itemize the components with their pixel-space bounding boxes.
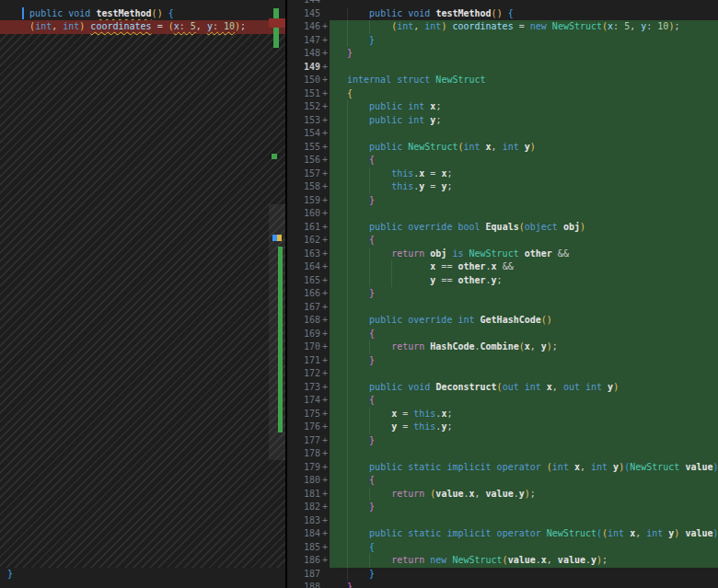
code-line-148[interactable]: 148+} [287, 47, 718, 61]
line-number[interactable]: 167 [287, 301, 320, 315]
code-line-168[interactable]: 168+ public override int GetHashCode() [287, 314, 718, 328]
line-number[interactable]: 175 [287, 408, 320, 421]
code-line-160[interactable]: 160+ [287, 207, 718, 221]
modified-code-pane[interactable]: 144145 public void testMethod() {146+ (i… [287, 0, 718, 588]
code-line-181[interactable]: 181+ return (value.x, value.y); [287, 488, 718, 502]
code-line-158[interactable]: 158+ this.y = y; [287, 180, 718, 194]
line-number[interactable]: 182 [287, 501, 320, 514]
code-line-184[interactable]: 184+ public static implicit operator New… [287, 527, 718, 541]
line-number[interactable]: 168 [287, 314, 320, 328]
line-number[interactable]: 153 [287, 114, 320, 128]
code-line-187[interactable]: 187 } [287, 568, 718, 582]
code-token: == [435, 275, 457, 285]
line-number[interactable]: 163 [287, 248, 320, 261]
line-number[interactable]: 157 [287, 167, 320, 181]
line-number[interactable]: 146 [287, 20, 320, 34]
line-number[interactable]: 152 [287, 100, 320, 114]
code-line-152[interactable]: 152+ public int x; [287, 100, 718, 114]
line-number[interactable]: 144 [287, 0, 320, 7]
code-line-178[interactable]: 178+ [287, 447, 718, 461]
code-line-147[interactable]: 147+ } [287, 34, 718, 48]
line-number[interactable]: 151 [287, 87, 320, 101]
line-number[interactable]: 161 [287, 221, 320, 235]
line-number[interactable]: 162 [287, 234, 320, 248]
line-number[interactable]: 179 [287, 461, 320, 475]
line-number[interactable]: 147 [287, 34, 320, 48]
code-line-151[interactable]: 151+{ [287, 87, 718, 101]
line-number[interactable]: 155 [287, 141, 320, 155]
line-number[interactable]: 178 [287, 447, 320, 461]
code-line-175[interactable]: 175+ x = this.x; [287, 408, 718, 421]
code-line-172[interactable]: 172+ [287, 367, 718, 381]
line-number[interactable]: 185 [287, 541, 320, 555]
line-number[interactable]: 158 [287, 180, 320, 194]
overview-ruler[interactable] [269, 0, 285, 588]
original-code-pane[interactable]: public void testMethod() { (int, int) co… [0, 0, 285, 588]
line-number[interactable]: 174 [287, 394, 320, 408]
code-line-153[interactable]: 153+ public int y; [287, 114, 718, 128]
code-line-186[interactable]: 186+ return new NewStruct(value.x, value… [287, 554, 718, 568]
line-number[interactable]: 160 [287, 207, 320, 221]
code-line-154[interactable]: 154+ [287, 127, 718, 141]
line-number[interactable]: 171 [287, 354, 320, 368]
code-line-156[interactable]: 156+ { [287, 154, 718, 167]
code-line-150[interactable]: 150+internal struct NewStruct [287, 74, 718, 87]
deleted-code-line[interactable]: (int, int) coordinates = (x: 5, y: 10); [0, 20, 285, 34]
code-line-171[interactable]: 171+ } [287, 354, 718, 368]
line-number[interactable]: 181 [287, 488, 320, 502]
line-number[interactable]: 150 [287, 74, 320, 87]
code-line-182[interactable]: 182+ } [287, 501, 718, 514]
line-number[interactable]: 156 [287, 154, 320, 167]
code-line-169[interactable]: 169+ { [287, 328, 718, 341]
scrollbar-thumb[interactable] [269, 204, 285, 460]
line-number[interactable]: 177 [287, 434, 320, 448]
code-line-166[interactable]: 166+ } [287, 287, 718, 301]
line-number[interactable]: 149 [287, 61, 320, 75]
line-number[interactable]: 159 [287, 194, 320, 208]
line-number[interactable]: 173 [287, 381, 320, 395]
code-line[interactable]: } [0, 568, 285, 582]
code-line-164[interactable]: 164+ x == other.x && [287, 260, 718, 274]
line-number[interactable]: 186 [287, 554, 320, 568]
code-line-174[interactable]: 174+ { [287, 394, 718, 408]
line-number[interactable]: 170 [287, 340, 320, 354]
code-line-173[interactable]: 173+ public void Deconstruct(out int x, … [287, 381, 718, 395]
code-line-183[interactable]: 183+ [287, 514, 718, 528]
code-line-157[interactable]: 157+ this.x = x; [287, 167, 718, 181]
code-line-161[interactable]: 161+ public override bool Equals(object … [287, 221, 718, 235]
code-line-146[interactable]: 146+ (int, int) coordinates = new NewStr… [287, 20, 718, 34]
line-number[interactable]: 164 [287, 260, 320, 274]
code-token: , [580, 462, 591, 472]
code-line-188[interactable]: 188} [287, 581, 718, 588]
code-line-170[interactable]: 170+ return HashCode.Combine(x, y); [287, 340, 718, 354]
code-line-180[interactable]: 180+ { [287, 474, 718, 488]
code-line-149[interactable]: 149+ [287, 61, 718, 75]
line-number[interactable]: 165 [287, 274, 320, 288]
code-line-179[interactable]: 179+ public static implicit operator (in… [287, 461, 718, 475]
line-number[interactable]: 172 [287, 367, 320, 381]
line-number[interactable]: 145 [287, 7, 320, 21]
code-line-167[interactable]: 167+ [287, 301, 718, 315]
code-line-162[interactable]: 162+ { [287, 234, 718, 248]
code-line-163[interactable]: 163+ return obj is NewStruct other && [287, 248, 718, 261]
code-line[interactable]: public void testMethod() { [0, 7, 285, 21]
line-number[interactable]: 180 [287, 474, 320, 488]
line-number[interactable]: 184 [287, 527, 320, 541]
line-number[interactable]: 154 [287, 127, 320, 141]
code-line-145[interactable]: 145 public void testMethod() { [287, 7, 718, 21]
line-number[interactable]: 176 [287, 421, 320, 434]
code-line-165[interactable]: 165+ y == other.y; [287, 274, 718, 288]
code-line-177[interactable]: 177+ } [287, 434, 718, 448]
code-line-144[interactable]: 144 [287, 0, 718, 7]
line-number[interactable]: 183 [287, 514, 320, 528]
added-marker: + [322, 474, 331, 488]
line-number[interactable]: 169 [287, 328, 320, 341]
code-line-159[interactable]: 159+ } [287, 194, 718, 208]
line-number[interactable]: 166 [287, 287, 320, 301]
code-line-185[interactable]: 185+ { [287, 541, 718, 555]
code-line-155[interactable]: 155+ public NewStruct(int x, int y) [287, 141, 718, 155]
line-number[interactable]: 187 [287, 568, 320, 582]
line-number[interactable]: 148 [287, 47, 320, 61]
line-number[interactable]: 188 [287, 581, 320, 588]
code-line-176[interactable]: 176+ y = this.y; [287, 421, 718, 434]
